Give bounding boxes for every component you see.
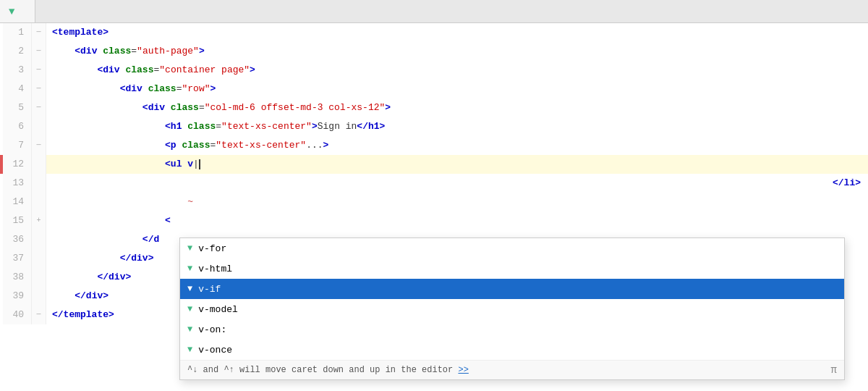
- fold-collapse-icon[interactable]: ─: [36, 306, 41, 324]
- line-gutter: ─: [32, 136, 46, 155]
- line-content: <p class="text-xs-center"...>: [46, 136, 868, 155]
- line-gutter: +: [32, 211, 46, 230]
- line-gutter: ─: [32, 98, 46, 117]
- line-number: 38: [3, 268, 32, 287]
- code-line: 14 ~: [0, 193, 868, 211]
- line-number: 14: [3, 193, 32, 211]
- autocomplete-item-v-for[interactable]: ▼v-for: [180, 238, 844, 258]
- line-gutter: [32, 249, 46, 268]
- code-line: 12 <ul v|: [0, 155, 868, 174]
- line-gutter: [32, 174, 46, 193]
- line-gutter: ─: [32, 42, 46, 61]
- autocomplete-item-label: v-model: [198, 304, 238, 315]
- line-number: 5: [3, 98, 32, 117]
- line-content: <: [46, 211, 868, 230]
- vue-logo-icon: ▼: [9, 6, 14, 17]
- line-number: 39: [3, 287, 32, 306]
- code-line: 3─ <div class="container page">: [0, 61, 868, 80]
- line-content: <template>: [46, 23, 868, 42]
- editor-area: 1─<template>2─ <div class="auth-page">3─…: [0, 23, 868, 391]
- line-number: 15: [3, 211, 32, 230]
- line-number: 37: [3, 249, 32, 268]
- fold-collapse-icon[interactable]: ─: [36, 80, 41, 98]
- autocomplete-item-label: v-for: [198, 243, 226, 254]
- line-content: <div class="auth-page">: [46, 42, 868, 61]
- pi-icon: π: [831, 364, 837, 376]
- line-gutter: [32, 230, 46, 249]
- vue-directive-icon: ▼: [187, 243, 192, 253]
- fold-collapse-icon[interactable]: ─: [36, 23, 41, 42]
- autocomplete-item-v-on[interactable]: ▼v-on:: [180, 319, 844, 340]
- fold-collapse-icon[interactable]: ─: [36, 98, 41, 117]
- line-number: 36: [3, 230, 32, 249]
- vue-directive-icon: ▼: [187, 324, 192, 335]
- autocomplete-item-v-once[interactable]: ▼v-once: [180, 340, 844, 360]
- vue-directive-icon: ▼: [187, 264, 192, 274]
- line-number: 7: [3, 136, 32, 155]
- autocomplete-item-label: v-if: [198, 284, 221, 295]
- line-gutter: [32, 155, 46, 174]
- line-gutter: [32, 268, 46, 287]
- line-number: 12: [3, 155, 32, 174]
- fold-collapse-icon[interactable]: ─: [36, 136, 41, 155]
- line-content: <ul v|: [46, 155, 868, 174]
- fold-expand-icon[interactable]: +: [36, 211, 41, 230]
- line-gutter: [32, 287, 46, 306]
- line-partial-right: </li>: [833, 174, 861, 193]
- autocomplete-item-v-if[interactable]: ▼v-if: [180, 279, 844, 299]
- vue-directive-icon: ▼: [187, 284, 192, 294]
- line-number: 3: [3, 61, 32, 80]
- code-line: 2─ <div class="auth-page">: [0, 42, 868, 61]
- line-gutter: ─: [32, 61, 46, 80]
- line-gutter: ─: [32, 306, 46, 324]
- line-number: 4: [3, 80, 32, 98]
- line-gutter: [32, 117, 46, 136]
- line-gutter: ─: [32, 80, 46, 98]
- autocomplete-footer: ^↓ and ^↑ will move caret down and up in…: [180, 360, 844, 379]
- line-number: 1: [3, 23, 32, 42]
- autocomplete-item-label: v-html: [198, 264, 232, 274]
- autocomplete-item-v-model[interactable]: ▼v-model: [180, 299, 844, 319]
- fold-collapse-icon[interactable]: ─: [36, 61, 41, 80]
- text-cursor: [199, 159, 200, 169]
- autocomplete-dropdown: ▼v-for▼v-html▼v-if▼v-model▼v-on:▼v-once^…: [179, 237, 845, 380]
- vue-directive-icon: ▼: [187, 304, 192, 314]
- line-content: [46, 174, 868, 193]
- line-number: 2: [3, 42, 32, 61]
- fold-collapse-icon[interactable]: ─: [36, 42, 41, 61]
- line-content: <div class="row">: [46, 80, 868, 98]
- autocomplete-item-label: v-on:: [198, 324, 226, 335]
- line-number: 6: [3, 117, 32, 136]
- line-content: ~: [46, 193, 868, 211]
- line-content: <h1 class="text-xs-center">Sign in</h1>: [46, 117, 868, 136]
- line-number: 13: [3, 174, 32, 193]
- autocomplete-hint-link[interactable]: >>: [458, 365, 468, 375]
- code-line: 1─<template>: [0, 23, 868, 42]
- autocomplete-item-label: v-once: [198, 345, 232, 356]
- autocomplete-item-v-html[interactable]: ▼v-html: [180, 258, 844, 279]
- line-content: <div class="col-md-6 offset-md-3 col-xs-…: [46, 98, 868, 117]
- line-content: <div class="container page">: [46, 61, 868, 80]
- file-tab[interactable]: ▼: [0, 0, 35, 22]
- code-line: 5─ <div class="col-md-6 offset-md-3 col-…: [0, 98, 868, 117]
- autocomplete-hint-text: ^↓ and ^↑ will move caret down and up in…: [187, 365, 469, 375]
- code-line: 7─ <p class="text-xs-center"...>: [0, 136, 868, 155]
- line-number: 40: [3, 306, 32, 324]
- tab-bar: ▼: [0, 0, 868, 23]
- vue-directive-icon: ▼: [187, 345, 192, 355]
- line-gutter: [32, 193, 46, 211]
- code-line: 6 <h1 class="text-xs-center">Sign in</h1…: [0, 117, 868, 136]
- code-line: 13</li>: [0, 174, 868, 193]
- code-line: 15+ <: [0, 211, 868, 230]
- code-line: 4─ <div class="row">: [0, 80, 868, 98]
- line-gutter: ─: [32, 23, 46, 42]
